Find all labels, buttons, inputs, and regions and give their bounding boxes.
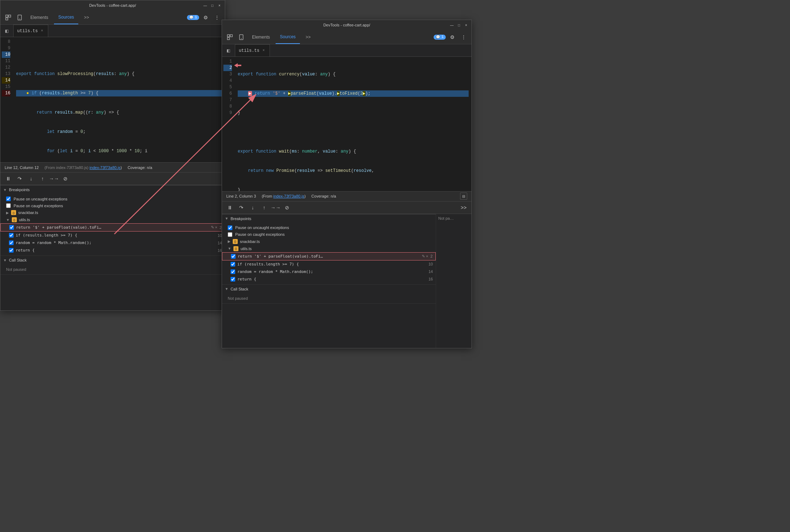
utils-chevron-2: ▼ [228, 247, 231, 250]
snackbar-ts-item-1[interactable]: ▶ {} snackbar.ts [0, 209, 225, 216]
line-numbers-2: 1 2 3 4 5 6 7 8 9 [222, 57, 235, 191]
maximize-button-1[interactable]: □ [210, 3, 215, 8]
bp-item-length-1[interactable]: if (results.length >= 7) { 10 [0, 232, 225, 239]
tab-more-1[interactable]: >> [80, 10, 93, 24]
snackbar-ts-item-2[interactable]: ▶ {} snackbar.ts [222, 238, 436, 245]
sidebar-toggle-2[interactable]: ◧ [223, 45, 233, 55]
bp-checkbox-length-1[interactable] [9, 233, 14, 238]
right-panel-text-2: Not pa… [438, 216, 454, 220]
minimize-button-2[interactable]: — [449, 23, 454, 28]
bp-checkbox-random-1[interactable] [9, 240, 14, 245]
code-lines-1: export function slowProcessing(results: … [13, 37, 225, 162]
gear-icon-2[interactable]: ⚙ [447, 32, 457, 42]
bp-actions-currency-1: ✎ × [211, 225, 217, 230]
tab-more-2[interactable]: >> [301, 30, 315, 44]
breakpoints-header-2[interactable]: ▼ Breakpoints [222, 214, 436, 223]
pause-resume-btn-1[interactable]: ⏸ [3, 174, 13, 184]
sidebar-toggle-1[interactable]: ◧ [2, 26, 12, 36]
tab-sources-2[interactable]: Sources [276, 30, 300, 44]
code-content-2: 1 2 3 4 5 6 7 8 9 export function curren… [222, 57, 471, 191]
status-bar-1: Line 12, Column 12 (From index-73f73a80.… [0, 162, 225, 172]
close-button-1[interactable]: × [217, 3, 222, 8]
step-into-btn-1[interactable]: ↓ [26, 174, 36, 184]
step-out-btn-1[interactable]: ↑ [38, 174, 48, 184]
code-editor-2[interactable]: 1 2 3 4 5 6 7 8 9 export function curren… [222, 57, 471, 191]
pause-uncaught-row-1: Pause on uncaught exceptions [0, 195, 225, 202]
continue-btn-1[interactable]: →→ [49, 174, 59, 184]
gear-icon-1[interactable]: ⚙ [201, 13, 211, 23]
coverage-toggle-2[interactable]: ⊟ [460, 193, 467, 200]
bp-checkbox-currency-2[interactable] [231, 254, 236, 259]
call-stack-header-2[interactable]: ▼ Call Stack [222, 285, 436, 293]
bp-checkbox-return-1[interactable] [9, 248, 14, 253]
inspect-icon-2[interactable] [225, 32, 235, 42]
bp-checkbox-currency-1[interactable] [9, 225, 14, 230]
bp-checkbox-length-2[interactable] [231, 262, 235, 267]
device-icon[interactable] [15, 13, 25, 23]
source-map-1: (From index-73f73a80.js) index-73f73a80.… [44, 165, 122, 170]
file-tabs-1: ◧ utils.ts × [0, 25, 225, 37]
more-panel-btn-2[interactable]: >> [459, 203, 469, 213]
minimize-button-1[interactable]: — [203, 3, 208, 8]
deactivate-btn-2[interactable]: ⊘ [282, 203, 292, 213]
pause-resume-btn-2[interactable]: ⏸ [225, 203, 235, 213]
bp-delete-currency-2[interactable]: × [426, 254, 428, 259]
pause-uncaught-label-1: Pause on uncaught exceptions [14, 197, 67, 201]
pause-uncaught-checkbox-2[interactable] [228, 225, 232, 230]
breakpoints-header-1[interactable]: ▼ Breakpoints [0, 185, 225, 194]
pause-caught-checkbox-1[interactable] [6, 203, 11, 208]
continue-btn-2[interactable]: →→ [271, 203, 281, 213]
pause-uncaught-label-2: Pause on uncaught exceptions [235, 225, 289, 230]
bp-checkbox-random-2[interactable] [231, 269, 235, 274]
utils-icon-1: {} [12, 217, 17, 222]
bp-item-length-2[interactable]: if (results.length >= 7) { 10 [222, 260, 436, 268]
message-badge-1: 💬 1 [187, 15, 199, 20]
utils-ts-item-2[interactable]: ▼ {} utils.ts [222, 245, 436, 252]
pause-caught-checkbox-2[interactable] [228, 232, 232, 237]
file-tab-utils-1[interactable]: utils.ts × [13, 25, 48, 37]
source-link-1[interactable]: index-73f73a80.js [89, 165, 120, 170]
bp-actions-currency-2: ✎ × [422, 254, 428, 259]
side-panel-container-2: ▼ Breakpoints Pause on uncaught exceptio… [222, 214, 471, 348]
bp-item-random-1[interactable]: random = random * Math.random(); 14 [0, 239, 225, 247]
more-icon-1[interactable]: ⋮ [212, 13, 222, 23]
maximize-button-2[interactable]: □ [456, 23, 461, 28]
deactivate-btn-1[interactable]: ⊘ [60, 174, 70, 184]
bp-item-return-2[interactable]: return { 16 [222, 275, 436, 283]
pause-uncaught-row-2: Pause on uncaught exceptions [222, 224, 436, 231]
tab-elements-2[interactable]: Elements [248, 30, 274, 44]
bp-delete-currency-1[interactable]: × [215, 225, 217, 230]
file-tab-close-1[interactable]: × [40, 29, 44, 33]
debug-toolbar-2: ⏸ ↷ ↓ ↑ →→ ⊘ >> [222, 201, 471, 214]
file-tab-close-2[interactable]: × [262, 48, 266, 53]
device-icon-2[interactable] [236, 32, 246, 42]
file-tab-utils-2[interactable]: utils.ts × [235, 44, 270, 56]
pause-uncaught-checkbox-1[interactable] [6, 197, 11, 201]
bp-item-random-2[interactable]: random = random * Math.random(); 14 [222, 268, 436, 275]
utils-ts-item-1[interactable]: ▼ {} utils.ts [0, 216, 225, 223]
more-icon-2[interactable]: ⋮ [459, 32, 469, 42]
close-button-2[interactable]: × [464, 23, 469, 28]
code-editor-1[interactable]: 8 9 10 11 12 13 14 15 16 export function… [0, 37, 225, 162]
step-into-btn-2[interactable]: ↓ [248, 203, 258, 213]
step-over-btn-2[interactable]: ↷ [236, 203, 246, 213]
pause-caught-label-1: Pause on caught exceptions [14, 204, 63, 208]
step-over-btn-1[interactable]: ↷ [15, 174, 25, 184]
bp-code-return-1: return { [16, 248, 216, 253]
bp-item-currency-2[interactable]: return '$' + parseFloat(value).toFi… ✎ ×… [222, 252, 436, 260]
bp-edit-currency-1[interactable]: ✎ [211, 225, 214, 230]
tab-elements[interactable]: Elements [26, 10, 53, 24]
call-stack-header-1[interactable]: ▼ Call Stack [0, 256, 225, 264]
svg-rect-8 [240, 35, 243, 40]
tab-sources-1[interactable]: Sources [54, 10, 78, 24]
bp-item-return-1[interactable]: return { 16 [0, 247, 225, 254]
breakpoints-section-1: ▼ Breakpoints Pause on uncaught exceptio… [0, 185, 225, 256]
bp-edit-currency-2[interactable]: ✎ [422, 254, 425, 259]
source-link-2[interactable]: index-73f73a80.js [273, 194, 305, 198]
bp-item-currency-1[interactable]: return '$' + parseFloat(value).toFi… ✎ ×… [0, 223, 225, 232]
inspect-icon[interactable] [3, 13, 13, 23]
bp-checkbox-return-2[interactable] [231, 277, 235, 282]
source-map-2: (From index-73f73a80.js) [262, 194, 306, 198]
step-out-btn-2[interactable]: ↑ [259, 203, 269, 213]
call-stack-label-2: Call Stack [231, 287, 248, 291]
